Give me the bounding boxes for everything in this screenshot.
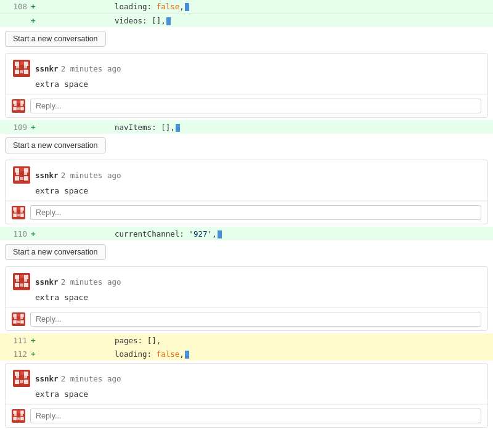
comment-block: ssnkr2 minutes agoextra space	[0, 363, 493, 428]
svg-rect-19	[15, 168, 19, 173]
new-conversation-button[interactable]: Start a new conversation	[5, 137, 106, 153]
svg-rect-1	[15, 62, 19, 66]
diff-line-111: 111 + pages: [],	[0, 333, 493, 347]
comment-block: Start a new conversation ssnkr2 minutes …	[0, 27, 493, 118]
svg-rect-34	[17, 214, 20, 216]
code-content: navItems: [],	[41, 123, 180, 132]
code-content: videos: [],	[41, 16, 171, 25]
svg-rect-6	[15, 70, 19, 74]
svg-rect-41	[24, 279, 27, 282]
svg-rect-29	[17, 207, 21, 210]
svg-rect-7	[20, 70, 23, 73]
comment-item: ssnkr2 minutes agoextra space	[6, 160, 487, 201]
comment-block: Start a new conversation ssnkr2 minutes …	[0, 240, 493, 331]
svg-rect-68	[20, 414, 23, 416]
comment-time: 2 minutes ago	[61, 64, 121, 73]
comment-section: ssnkr2 minutes agoextra space	[5, 266, 488, 331]
svg-rect-28	[13, 207, 17, 211]
svg-rect-50	[20, 317, 23, 319]
text-cursor	[185, 3, 189, 11]
diff-plus-sign: +	[31, 229, 36, 238]
svg-rect-52	[17, 320, 20, 323]
line-number: 109	[5, 123, 27, 132]
svg-rect-22	[16, 173, 19, 175]
new-conversation-row: Start a new conversation	[0, 240, 493, 264]
comment-item: ssnkr2 minutes agoextra space	[6, 54, 487, 94]
comment-time: 2 minutes ago	[61, 277, 121, 287]
line-number: 110	[5, 229, 27, 238]
svg-rect-67	[14, 414, 17, 416]
svg-rect-17	[20, 107, 24, 111]
new-conversation-row: Start a new conversation	[0, 134, 493, 157]
avatar	[13, 370, 30, 387]
comment-time: 2 minutes ago	[61, 374, 121, 383]
svg-rect-58	[16, 376, 19, 378]
text-cursor	[218, 230, 222, 238]
reply-area	[6, 404, 487, 427]
svg-rect-46	[13, 314, 17, 317]
svg-rect-47	[17, 314, 21, 316]
comment-username: ssnkr	[35, 277, 59, 287]
diff-line-top-partial: 108 + loading: false,	[0, 0, 493, 14]
code-content: pages: [],	[41, 336, 161, 345]
svg-rect-60	[15, 380, 19, 384]
line-number: 112	[5, 349, 27, 359]
svg-rect-59	[24, 376, 27, 378]
comment-item: ssnkr2 minutes agoextra space	[6, 364, 487, 404]
comment-body: extra space	[35, 293, 480, 302]
comment-username: ssnkr	[35, 171, 59, 180]
new-conversation-button[interactable]: Start a new conversation	[5, 31, 106, 47]
diff-plus-sign: +	[31, 349, 36, 359]
svg-rect-40	[16, 279, 19, 282]
reply-input[interactable]	[30, 312, 481, 327]
svg-rect-71	[20, 417, 24, 421]
comment-username: ssnkr	[35, 64, 59, 73]
comment-body: extra space	[35, 389, 480, 399]
svg-rect-11	[17, 100, 21, 103]
svg-rect-12	[20, 100, 24, 104]
comment-section: ssnkr2 minutes agoextra space	[5, 53, 488, 118]
comment-section: ssnkr2 minutes agoextra space	[5, 363, 488, 428]
comment-header: ssnkr2 minutes ago	[13, 60, 480, 77]
svg-rect-65	[17, 410, 21, 413]
reply-input[interactable]	[30, 205, 481, 220]
svg-rect-5	[24, 66, 27, 68]
svg-rect-64	[13, 410, 17, 414]
svg-rect-30	[20, 207, 24, 211]
reply-area	[6, 307, 487, 330]
avatar	[13, 166, 30, 184]
new-conversation-button[interactable]: Start a new conversation	[5, 244, 106, 260]
svg-rect-37	[15, 275, 19, 279]
svg-rect-51	[13, 320, 17, 324]
svg-rect-61	[20, 380, 23, 383]
avatar	[13, 60, 30, 77]
reply-input[interactable]	[30, 99, 481, 113]
diff-plus-sign: +	[31, 336, 36, 345]
text-cursor	[166, 17, 171, 25]
svg-rect-8	[24, 70, 28, 74]
svg-rect-14	[20, 104, 23, 106]
new-conversation-row: Start a new conversation	[0, 27, 493, 51]
svg-rect-42	[15, 283, 19, 287]
svg-rect-70	[17, 417, 20, 420]
svg-rect-13	[14, 104, 17, 106]
svg-rect-55	[15, 372, 19, 376]
avatar	[12, 312, 25, 326]
line-number: 108	[5, 2, 27, 11]
comment-body: extra space	[35, 79, 480, 89]
svg-rect-24	[15, 176, 19, 181]
svg-rect-57	[24, 372, 28, 376]
code-content: currentChannel: '927',	[41, 229, 222, 238]
svg-rect-15	[13, 107, 17, 111]
svg-rect-44	[24, 283, 28, 287]
svg-rect-4	[16, 66, 19, 68]
comment-meta: ssnkr2 minutes ago	[35, 277, 121, 287]
svg-rect-39	[24, 275, 28, 279]
text-cursor	[176, 124, 180, 132]
reply-input[interactable]	[30, 409, 481, 423]
comment-header: ssnkr2 minutes ago	[13, 166, 480, 184]
svg-rect-10	[13, 100, 17, 104]
svg-rect-43	[20, 283, 23, 287]
svg-rect-31	[14, 211, 17, 213]
comment-header: ssnkr2 minutes ago	[13, 273, 480, 290]
